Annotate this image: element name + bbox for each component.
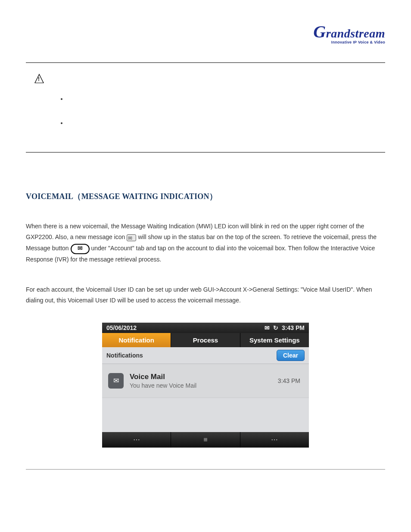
- body-paragraph-2: For each account, the Voicemail User ID …: [26, 284, 385, 306]
- notifications-subheader: Notifications Clear: [102, 347, 309, 364]
- tab-system-settings[interactable]: System Settings: [240, 333, 309, 347]
- tab-bar: Notification Process System Settings: [102, 333, 309, 347]
- note-list: [67, 95, 385, 126]
- tab-process[interactable]: Process: [171, 333, 240, 347]
- divider-bottom: [26, 152, 385, 152]
- notification-subtitle: You have new Voice Mail: [130, 382, 196, 389]
- message-button-icon: [71, 243, 90, 254]
- nav-home-icon[interactable]: ⋯: [102, 432, 171, 448]
- status-bar: 05/06/2012 ✉ ↻ 3:43 PM: [102, 323, 309, 333]
- tab-notification[interactable]: Notification: [102, 333, 171, 347]
- notification-text: Voice Mail You have new Voice Mail: [130, 373, 196, 389]
- notifications-label: Notifications: [106, 352, 277, 359]
- voicemail-status-icon: ✉: [265, 324, 270, 331]
- notification-title: Voice Mail: [130, 373, 196, 381]
- footer-divider: [26, 469, 385, 470]
- notification-empty-area: [102, 398, 309, 432]
- device-screenshot: 05/06/2012 ✉ ↻ 3:43 PM Notification Proc…: [102, 323, 309, 448]
- notification-row[interactable]: ✉ Voice Mail You have new Voice Mail 3:4…: [102, 364, 309, 398]
- notification-time: 3:43 PM: [278, 377, 303, 384]
- note-item: [67, 119, 385, 126]
- nav-menu-icon[interactable]: ≡: [171, 432, 240, 448]
- voicemail-row-icon: ✉: [108, 373, 124, 389]
- new-message-icon: [127, 232, 136, 243]
- body-paragraph-1: When there is a new voicemail, the Messa…: [26, 221, 385, 265]
- clear-button[interactable]: Clear: [277, 350, 305, 361]
- status-date: 05/06/2012: [106, 324, 261, 331]
- refresh-icon: ↻: [273, 324, 278, 331]
- nav-more-icon[interactable]: ⋯: [240, 432, 309, 448]
- brand-name: GGrandstreamrandstream: [313, 22, 385, 42]
- note-item: [67, 95, 385, 102]
- status-time: 3:43 PM: [282, 324, 305, 331]
- section-heading: VOICEMAIL（MESSAGE WAITING INDICATION）: [26, 191, 385, 202]
- brand-logo: GGrandstreamrandstream Innovative IP Voi…: [313, 22, 385, 44]
- divider-top: [26, 62, 385, 63]
- nav-bar: ⋯ ≡ ⋯: [102, 432, 309, 448]
- warning-icon: !: [34, 74, 44, 83]
